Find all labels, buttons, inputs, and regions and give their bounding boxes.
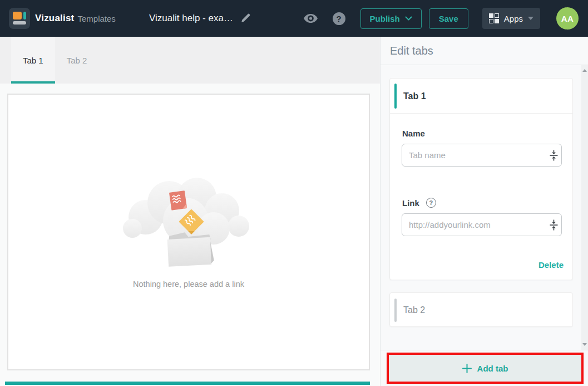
vizualist-logo-icon[interactable]: [9, 8, 30, 29]
tab-2-card-title: Tab 2: [403, 293, 425, 328]
tab-2-label: Tab 2: [67, 56, 87, 65]
brand: Vizualist Templates: [35, 0, 116, 37]
preview-button[interactable]: [303, 13, 318, 23]
help-button[interactable]: ?: [333, 12, 345, 25]
navbar-actions: ? Publish Save Apps AA: [303, 0, 579, 37]
canvas-bottom-accent-bar: [5, 382, 370, 385]
sidebar-divider-bottom: [381, 350, 588, 350]
document-title: Vizualit help - exa…: [149, 13, 233, 24]
apps-grid-icon: [489, 13, 499, 23]
tab-2[interactable]: Tab 2: [55, 37, 99, 84]
tab-1-card-title: Tab 1: [403, 79, 426, 114]
chevron-down-icon: [405, 16, 412, 21]
tab-link-input[interactable]: [402, 213, 562, 236]
scroll-down-arrow-icon[interactable]: [582, 343, 587, 346]
add-tab-label: Add tab: [477, 364, 508, 373]
question-mark-icon: ?: [336, 14, 341, 23]
delete-tab-button[interactable]: Delete: [538, 260, 564, 270]
publish-button[interactable]: Publish: [360, 8, 422, 29]
content-tabbar: Tab 1 Tab 2: [0, 37, 380, 84]
apps-label: Apps: [504, 14, 523, 23]
empty-state-message: Nothing here, please add a link: [8, 280, 369, 289]
document-title-group: Vizualit help - exa…: [149, 0, 251, 37]
tab-2-edit-card[interactable]: Tab 2: [389, 292, 573, 327]
publish-label: Publish: [370, 14, 400, 23]
sidebar-divider-top: [381, 65, 588, 65]
brand-name: Vizualist: [35, 13, 74, 24]
workspace: Tab 1 Tab 2: [0, 37, 588, 386]
sidebar-scrollbar[interactable]: [581, 65, 588, 350]
eye-icon: [303, 13, 318, 23]
apps-caret-icon: [528, 17, 533, 20]
save-label: Save: [439, 14, 458, 23]
link-label-row: Link ?: [402, 198, 436, 208]
edit-tabs-sidebar: Edit tabs Tab 1 Name Link: [380, 37, 588, 386]
tab-1[interactable]: Tab 1: [11, 37, 55, 84]
canvas-area: Nothing here, please add a link: [0, 84, 380, 386]
red-highlight-annotation: Add tab: [387, 353, 584, 384]
sidebar-title: Edit tabs: [390, 45, 433, 57]
pencil-icon: [240, 13, 251, 24]
link-help-button[interactable]: ?: [426, 198, 436, 208]
logo-grey-block: [13, 21, 26, 25]
inactive-card-accent: [394, 299, 397, 322]
empty-content-panel: Nothing here, please add a link: [7, 94, 370, 370]
plus-icon: [462, 364, 472, 373]
vizualist-editor-window: Vizualist Templates Vizualit help - exa……: [0, 0, 588, 386]
save-button[interactable]: Save: [429, 8, 468, 29]
edit-title-button[interactable]: [240, 13, 251, 24]
brand-suffix: Templates: [77, 14, 115, 23]
add-tab-button[interactable]: Add tab: [389, 355, 581, 382]
name-field-label: Name: [402, 129, 425, 138]
top-navbar: Vizualist Templates Vizualit help - exa……: [0, 0, 588, 37]
tab-1-card-header[interactable]: Tab 1: [390, 79, 572, 114]
scroll-up-arrow-icon[interactable]: [582, 69, 587, 72]
tab-1-label: Tab 1: [23, 56, 43, 65]
avatar-initials: AA: [561, 14, 574, 23]
apps-button[interactable]: Apps: [482, 8, 540, 29]
user-avatar[interactable]: AA: [556, 7, 579, 30]
tab-1-edit-card: Tab 1 Name Link ?: [389, 78, 573, 280]
tab-name-input[interactable]: [402, 144, 562, 167]
editor-pane: Tab 1 Tab 2: [0, 37, 380, 386]
logo-teal-block: [23, 12, 26, 19]
logo-orange-block: [13, 12, 22, 19]
link-field-label: Link: [402, 198, 419, 208]
active-card-accent: [394, 84, 397, 109]
salmon-note: [169, 190, 187, 211]
empty-clouds-illustration: [120, 177, 259, 275]
question-mark-icon: ?: [429, 199, 433, 206]
